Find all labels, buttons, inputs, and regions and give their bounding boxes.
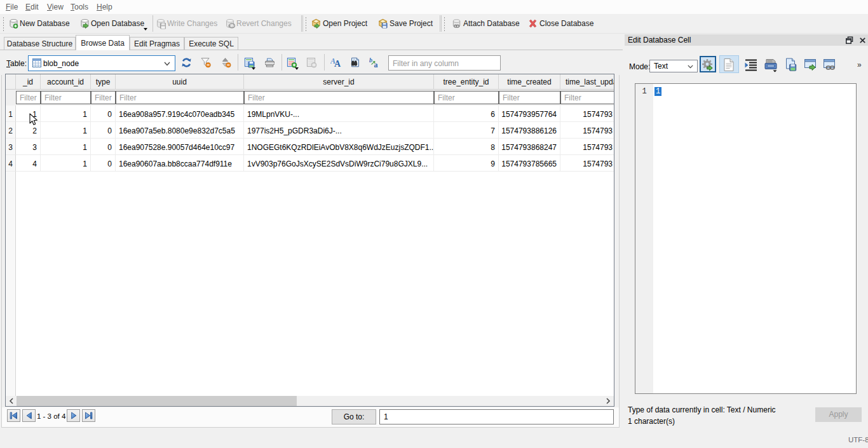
svg-text:b: b xyxy=(369,57,372,64)
svg-text:A: A xyxy=(334,59,341,68)
